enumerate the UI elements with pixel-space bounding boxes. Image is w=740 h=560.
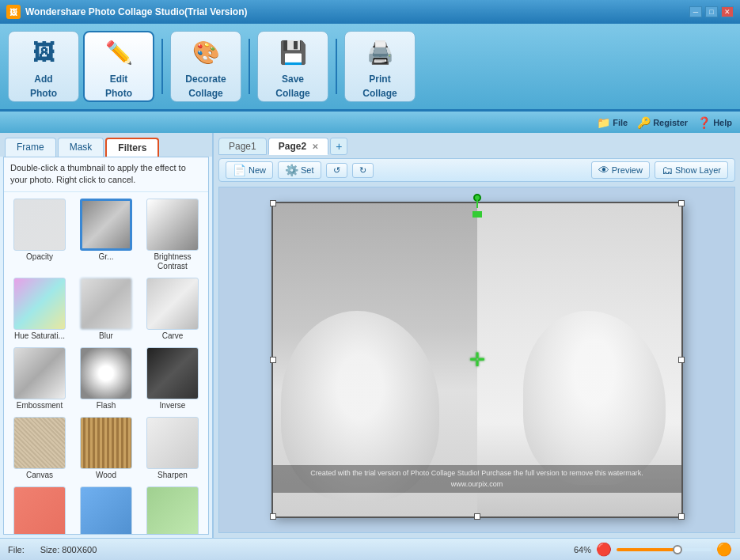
titlebar-controls[interactable]: ─ □ ✕ (689, 6, 734, 17)
filter-sharpen-thumb (146, 417, 199, 469)
undo-button[interactable]: ↺ (326, 163, 347, 178)
file-menu[interactable]: 📁 File (597, 116, 628, 129)
filter-hue-label: Hue Saturati... (14, 331, 65, 341)
filter-emboss-thumb (13, 347, 66, 399)
filter-wood[interactable]: Wood (75, 415, 137, 482)
zoom-slider[interactable] (617, 548, 712, 551)
titlebar-left: 🖼 Wondershare Photo Collage Studio(Trial… (6, 5, 247, 19)
new-button[interactable]: 📄 New (226, 161, 273, 179)
statusbar: File: Size: 800X600 64% 🔴 🟠 (0, 538, 740, 560)
filter-inverse[interactable]: Inverse (142, 346, 203, 412)
print-collage-button[interactable]: 🖨️ Print Collage (344, 31, 416, 102)
file-label: File (613, 118, 628, 127)
handle-bot-mid[interactable] (474, 513, 480, 520)
page-tab-2[interactable]: Page2 ✕ (268, 138, 329, 155)
filter-brightness-contrast[interactable]: Brightness Contrast (142, 197, 203, 273)
handle-top-left[interactable] (270, 200, 276, 206)
show-layer-icon: 🗂 (662, 164, 673, 176)
minimize-button[interactable]: ─ (689, 6, 702, 17)
save-collage-icon: 💾 (275, 34, 311, 70)
filter-flash[interactable]: Flash (75, 346, 137, 412)
filter-color-matrix[interactable]: Color Matrix (75, 485, 137, 534)
zoom-in-button[interactable]: 🟠 (716, 542, 732, 557)
save-label: Save (282, 74, 304, 85)
filter-sharpen-label: Sharpen (157, 471, 188, 480)
print-label2: Collage (362, 88, 397, 99)
app-icon: 🖼 (6, 5, 21, 19)
handle-bot-left[interactable] (270, 513, 276, 520)
maximize-button[interactable]: □ (705, 6, 718, 17)
close-button[interactable]: ✕ (721, 6, 734, 17)
filter-hue-saturation[interactable]: Hue Saturati... (9, 276, 70, 342)
zoom-out-button[interactable]: 🔴 (596, 542, 612, 557)
edit-photo-label: Edit (110, 74, 128, 85)
help-icon: ❓ (697, 116, 711, 129)
toolbar-separator-3 (336, 39, 337, 94)
filter-canvas[interactable]: Canvas (9, 415, 70, 482)
add-photo-button[interactable]: 🖼 Add Photo (8, 31, 79, 102)
left-panel: Frame Mask Filters Double-click a thumbn… (0, 133, 214, 538)
help-menu[interactable]: ❓ Help (697, 116, 732, 129)
right-face (523, 311, 666, 485)
filter-opacity-label: Opacity (26, 252, 53, 262)
canvas-frame: Created with the trial version of Photo … (271, 202, 683, 518)
rotate-stem (476, 200, 478, 208)
move-handle-top[interactable] (472, 211, 482, 218)
edit-photo-button[interactable]: ✏️ Edit Photo (83, 31, 154, 102)
register-label: Register (653, 118, 688, 127)
filter-color-balance[interactable]: Color Balance (142, 485, 203, 534)
filter-canvas-thumb (13, 417, 66, 469)
filter-opacity[interactable]: Opacity (9, 197, 70, 273)
handle-bot-right[interactable] (678, 513, 685, 520)
handle-top-right[interactable] (678, 200, 685, 206)
panel-hint: Double-click a thumbnail to apply the ef… (4, 157, 208, 192)
tab-mask[interactable]: Mask (58, 138, 104, 157)
filter-blur-label: Blur (99, 331, 113, 341)
decorate-label2: Collage (188, 88, 222, 99)
filter-embossment[interactable]: Embossment (9, 346, 70, 412)
filter-tint[interactable]: Tint (9, 485, 70, 534)
set-icon: ⚙️ (285, 164, 298, 176)
print-label: Print (369, 74, 390, 85)
redo-button[interactable]: ↻ (352, 163, 374, 178)
zoom-thumb[interactable] (673, 545, 682, 554)
main-toolbar: 🖼 Add Photo ✏️ Edit Photo 🎨 Decorate Col… (0, 24, 740, 111)
register-icon: 🔑 (637, 116, 651, 129)
filter-canvas-label: Canvas (26, 471, 53, 480)
filter-carve[interactable]: Carve (142, 276, 203, 342)
page-tab-2-close[interactable]: ✕ (312, 142, 318, 151)
filter-bc-thumb (146, 199, 199, 251)
filter-flash-label: Flash (97, 401, 116, 411)
filter-blur[interactable]: Blur (75, 276, 137, 342)
set-button[interactable]: ⚙️ Set (278, 161, 321, 179)
decorate-collage-button[interactable]: 🎨 Decorate Collage (170, 31, 241, 102)
menubar: 📁 File 🔑 Register ❓ Help (0, 111, 740, 133)
preview-button[interactable]: 👁 Preview (591, 161, 650, 179)
filter-sharpen[interactable]: Sharpen (142, 415, 203, 482)
page-tab-1[interactable]: Page1 (218, 138, 267, 155)
save-collage-button[interactable]: 💾 Save Collage (257, 31, 328, 102)
register-menu[interactable]: 🔑 Register (637, 116, 688, 129)
add-page-button[interactable]: + (330, 138, 347, 155)
file-icon: 📁 (597, 116, 610, 129)
filter-grayscale-label: Gr... (99, 252, 114, 262)
tab-filters[interactable]: Filters (105, 138, 159, 157)
handle-mid-left[interactable] (270, 357, 276, 363)
move-icon[interactable]: ✛ (469, 349, 485, 371)
set-label: Set (301, 165, 314, 175)
filter-hue-thumb (13, 278, 66, 330)
new-label: New (249, 165, 266, 175)
watermark-line2: www.ourpix.com (276, 479, 678, 490)
canvas-area[interactable]: Created with the trial version of Photo … (218, 187, 735, 533)
tab-frame[interactable]: Frame (5, 138, 56, 157)
preview-label: Preview (612, 165, 643, 175)
canvas-toolbar: 📄 New ⚙️ Set ↺ ↻ 👁 Preview 🗂 Show Layer (218, 158, 735, 182)
filter-inverse-thumb (146, 347, 199, 399)
filter-opacity-thumb (13, 199, 66, 251)
show-layer-label: Show Layer (675, 165, 721, 175)
filter-blur-thumb (80, 278, 132, 330)
filter-carve-label: Carve (162, 331, 184, 341)
handle-mid-right[interactable] (678, 357, 685, 363)
filter-grayscale[interactable]: Gr... (75, 197, 137, 273)
show-layer-button[interactable]: 🗂 Show Layer (655, 161, 728, 179)
